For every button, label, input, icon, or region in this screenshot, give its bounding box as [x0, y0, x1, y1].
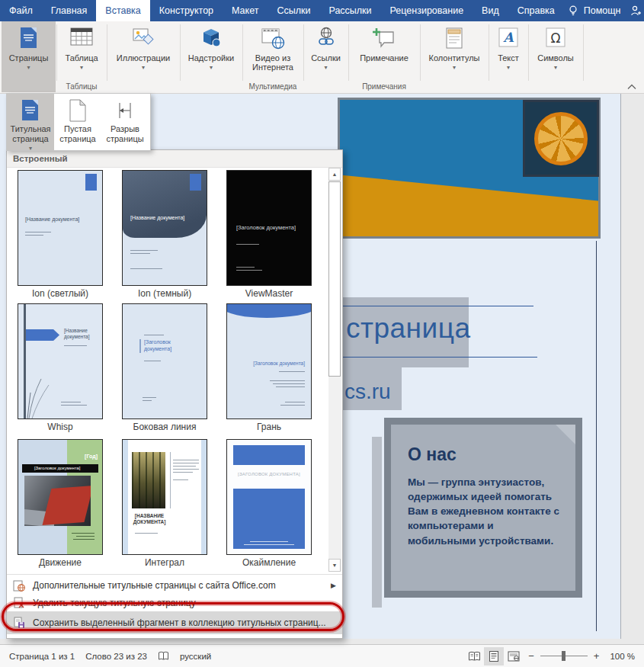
- group-label-media: Мультимедиа: [244, 82, 302, 91]
- share-person-icon: [626, 0, 644, 21]
- remove-cover-page-menu-item[interactable]: Удалить текущую титульную страницу: [7, 595, 342, 611]
- office-online-icon: [13, 579, 25, 592]
- gallery-scrollbar[interactable]: [328, 168, 341, 572]
- language-status[interactable]: русский: [180, 652, 211, 661]
- addins-button[interactable]: Надстройки: [181, 21, 241, 84]
- group-label-tables: Таблицы: [58, 82, 105, 91]
- status-bar: Страница 1 из 1 Слово 23 из 23 русский −…: [0, 644, 644, 667]
- gallery-item-motion[interactable]: [Год] [Заголовок документа] Движение: [18, 439, 103, 568]
- links-button[interactable]: Ссылки: [305, 21, 347, 84]
- dropdown-arrow-icon: [490, 65, 527, 71]
- tab-view[interactable]: Вид: [473, 0, 508, 21]
- gallery-item-ion-dark[interactable]: [Название документа] Ion (темный): [122, 170, 207, 299]
- tab-help[interactable]: Справка: [508, 0, 564, 21]
- heading-rule-bottom: [341, 357, 537, 358]
- tell-me-assistant[interactable]: Помощн: [582, 0, 627, 21]
- tab-file[interactable]: Файл: [0, 0, 42, 21]
- ribbon: Страницы Таблица Таблицы Иллюстрации: [0, 21, 644, 94]
- web-layout-button[interactable]: [504, 647, 524, 665]
- about-title: О нас: [408, 444, 457, 465]
- comment-button[interactable]: Примечание: [350, 21, 418, 84]
- dropdown-arrow-icon: [530, 65, 582, 71]
- tab-insert[interactable]: Вставка: [96, 0, 149, 21]
- tab-layout[interactable]: Макет: [223, 0, 268, 21]
- page-count-status[interactable]: Страница 1 из 1: [9, 652, 75, 661]
- template-thumbnail: [Год] [Заголовок документа]: [18, 439, 103, 555]
- submenu-arrow-icon: [331, 582, 336, 589]
- save-to-gallery-icon: [13, 617, 25, 629]
- blank-page-menu-item[interactable]: Пустая страница: [54, 94, 101, 150]
- folded-corner-shape: [556, 425, 575, 444]
- about-textbox[interactable]: О нас Мы — группа энтузиастов, одержимых…: [384, 418, 582, 598]
- cover-page-icon: [7, 98, 54, 124]
- cover-subheading-text[interactable]: cs.ru: [344, 380, 391, 404]
- symbols-button[interactable]: Ω Символы: [530, 21, 582, 84]
- text-button[interactable]: A Текст: [490, 21, 527, 84]
- cover-page-menu-item[interactable]: Титульная страница: [7, 94, 54, 150]
- template-thumbnail: [ЗАГОЛОВОК ДОКУМЕНТА]: [226, 439, 312, 555]
- scrollbar-thumb[interactable]: [328, 181, 341, 377]
- page-break-menu-item[interactable]: Разрыв страницы: [101, 94, 149, 150]
- tab-design[interactable]: Конструктор: [150, 0, 223, 21]
- tab-home[interactable]: Главная: [42, 0, 97, 21]
- pages-dropdown-menu: Титульная страница Пустая страница Разры…: [6, 93, 151, 151]
- zoom-thumb[interactable]: [562, 651, 566, 661]
- template-thumbnail: [Заголовок документа]: [226, 170, 312, 286]
- about-body-text: Мы — группа энтузиастов, одержимых идеей…: [408, 475, 563, 548]
- dropdown-arrow-icon: [58, 65, 105, 71]
- omega-icon: Ω: [530, 26, 582, 52]
- gallery-item-whisp[interactable]: [Название документа] Whisp: [18, 303, 103, 432]
- dropdown-arrow-icon: [421, 65, 487, 71]
- save-selection-menu-item[interactable]: Сохранить выделенный фрагмент в коллекци…: [7, 611, 342, 634]
- gallery-section-header: Встроенный: [7, 150, 342, 168]
- template-thumbnail: [Название документа]: [18, 303, 103, 419]
- header-footer-icon: [421, 26, 487, 52]
- zoom-track[interactable]: [540, 656, 588, 656]
- gallery-item-bordered[interactable]: [ЗАГОЛОВОК ДОКУМЕНТА] Окаймление: [226, 439, 312, 568]
- dropdown-arrow-icon: [305, 65, 347, 71]
- header-footer-button[interactable]: Колонтитулы: [421, 21, 487, 84]
- dropdown-arrow-icon: [7, 146, 54, 152]
- cover-page-gallery: Встроенный [Название документа] Ion (све…: [6, 149, 343, 639]
- dropdown-arrow-icon: [108, 65, 178, 71]
- cover-heading-text[interactable]: страница: [346, 313, 470, 345]
- gallery-item-facet[interactable]: [Заголовок документа] Грань: [226, 303, 312, 432]
- table-button[interactable]: Таблица: [58, 21, 105, 84]
- ribbon-tab-bar: Файл Главная Вставка Конструктор Макет С…: [0, 0, 644, 21]
- zoom-level[interactable]: 100 %: [610, 652, 635, 661]
- word-count-status[interactable]: Слово 23 из 23: [85, 652, 147, 661]
- proofing-book-icon[interactable]: [158, 650, 169, 662]
- read-mode-button[interactable]: [464, 647, 484, 665]
- template-thumbnail: [Название документа]: [122, 170, 207, 286]
- zoom-out-button[interactable]: −: [528, 650, 534, 662]
- cover-page-icon: [2, 26, 56, 52]
- tab-review[interactable]: Рецензирование: [381, 0, 473, 21]
- tab-mailings[interactable]: Рассылки: [319, 0, 380, 21]
- gallery-item-viewmaster[interactable]: [Заголовок документа] ViewMaster: [226, 170, 312, 299]
- page-break-icon: [101, 98, 149, 124]
- gallery-item-ion-light[interactable]: [Название документа] Ion (светлый): [18, 170, 103, 299]
- tab-references[interactable]: Ссылки: [268, 0, 319, 21]
- template-thumbnail: [Заголовок документа]: [122, 303, 207, 419]
- illustrations-button[interactable]: Иллюстрации: [108, 21, 178, 84]
- collapse-ribbon-icon[interactable]: [627, 84, 636, 90]
- zoom-slider[interactable]: − +: [528, 650, 599, 662]
- orange-slice-image[interactable]: [523, 100, 599, 177]
- dropdown-arrow-icon: [181, 65, 241, 71]
- word-window: страница cs.ru О нас Мы — группа энтузиа…: [0, 0, 644, 667]
- scroll-down-icon[interactable]: [328, 559, 341, 572]
- about-sidebar-bar: [372, 437, 382, 608]
- gallery-item-integral[interactable]: [НАЗВАНИЕ ДОКУМЕНТА] Интеграл: [122, 439, 207, 568]
- pages-button[interactable]: Страницы: [2, 21, 56, 92]
- zoom-in-button[interactable]: +: [594, 650, 600, 662]
- illustrations-icon: [108, 26, 178, 52]
- addins-cube-icon: [181, 26, 241, 52]
- print-layout-button[interactable]: [484, 647, 504, 665]
- lightbulb-icon: [564, 0, 582, 21]
- gallery-item-sideline[interactable]: [Заголовок документа] Боковая линия: [122, 303, 207, 432]
- more-cover-pages-menu-item[interactable]: Дополнительные титульные страницы с сайт…: [7, 576, 342, 595]
- scroll-up-icon[interactable]: [328, 168, 341, 181]
- link-icon: [305, 26, 347, 52]
- new-comment-icon: [350, 26, 418, 52]
- online-video-button[interactable]: Видео из Интернета: [244, 21, 302, 84]
